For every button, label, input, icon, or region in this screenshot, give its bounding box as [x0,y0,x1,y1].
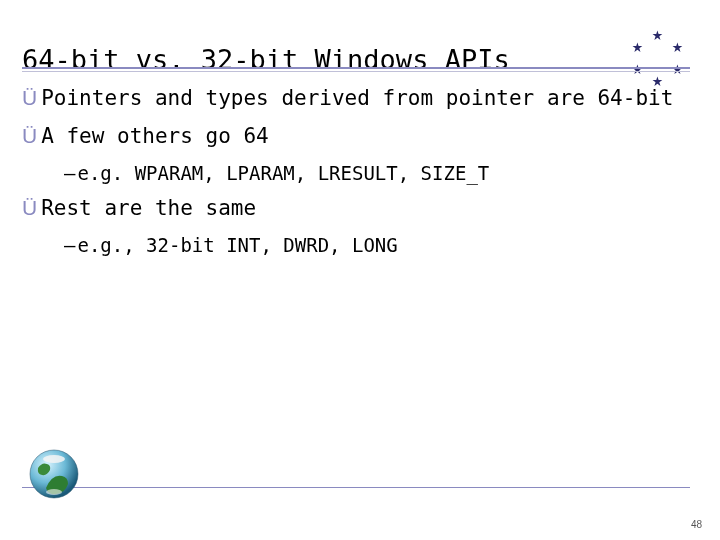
star-icon: ★ [672,38,683,56]
star-icon: ★ [672,60,683,78]
slide: 64-bit vs. 32-bit Windows APIs ★ ★ ★ ★ ★… [0,0,720,540]
title-row: 64-bit vs. 32-bit Windows APIs ★ ★ ★ ★ ★… [22,28,690,90]
bullet-text: Rest are the same [41,196,256,220]
bullet-level-1: ÜPointers and types derived from pointer… [22,84,690,112]
title-underline [22,67,690,69]
bullet-arrow-icon: Ü [22,86,37,109]
bullet-level-2: –e.g., 32-bit INT, DWRD, LONG [64,233,690,259]
bullet-level-1: ÜA few others go 64 [22,122,690,150]
svg-point-2 [46,489,62,495]
svg-point-1 [43,455,65,463]
star-icon: ★ [632,60,643,78]
star-icon: ★ [652,26,663,44]
sub-bullet-dash-icon: – [64,162,75,184]
bullet-text: A few others go 64 [41,124,269,148]
bullet-level-2: –e.g. WPARAM, LPARAM, LRESULT, SIZE_T [64,161,690,187]
bullet-text: e.g. WPARAM, LPARAM, LRESULT, SIZE_T [77,162,489,184]
sub-bullet-dash-icon: – [64,234,75,256]
star-icon: ★ [632,38,643,56]
footer-underline [22,487,690,488]
bullet-arrow-icon: Ü [22,124,37,147]
slide-title: 64-bit vs. 32-bit Windows APIs [22,44,510,75]
bullet-text: Pointers and types derived from pointer … [41,86,673,110]
bullet-text: e.g., 32-bit INT, DWRD, LONG [77,234,397,256]
content-area: ÜPointers and types derived from pointer… [22,82,690,266]
page-number: 48 [691,519,702,530]
globe-icon [28,448,80,500]
bullet-arrow-icon: Ü [22,196,37,219]
star-ring-icon: ★ ★ ★ ★ ★ ★ [628,28,690,90]
bullet-level-1: ÜRest are the same [22,194,690,222]
